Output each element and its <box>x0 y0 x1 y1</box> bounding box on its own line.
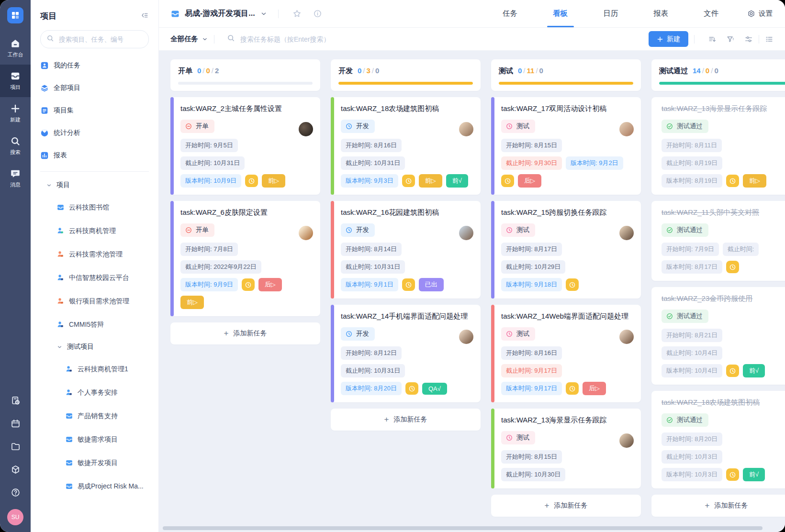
sliders-icon[interactable] <box>744 35 753 44</box>
status-tag[interactable]: 开发 <box>341 120 375 133</box>
scrollbar-thumb[interactable] <box>163 526 763 530</box>
favorite-star-icon[interactable] <box>292 9 302 18</box>
status-tag[interactable]: 测试通过 <box>662 310 708 323</box>
task-card[interactable]: task:WARZ_6皮肤限定设置开单开始时间: 7月8日截止时间: 2022年… <box>170 201 320 316</box>
sidebar-menu-item[interactable]: 全部项目 <box>40 77 149 99</box>
status-tag[interactable]: 开发 <box>341 223 375 237</box>
relation-tag: 前√ <box>743 364 765 377</box>
sidebar-project-label: CMMI5答辩 <box>69 321 104 329</box>
tab-board[interactable]: 看板 <box>553 0 568 27</box>
project-name[interactable]: 易成-游戏开发项目... <box>185 9 255 19</box>
column-progress-fill <box>338 82 473 85</box>
task-card[interactable]: task:WARZ_15跨服切换任务跟踪测试开始时间: 8月17日截止时间: 1… <box>491 201 641 299</box>
sidebar-project-item[interactable]: CMMI5答辩 <box>40 313 149 336</box>
task-card[interactable]: task:WARZ_2主城任务属性设置开单开始时间: 9月5日截止时间: 10月… <box>170 97 320 195</box>
status-tag[interactable]: 开发 <box>341 327 375 341</box>
column-progress <box>178 82 313 85</box>
sidebar-project-item[interactable]: 云科技图书馆 <box>40 196 149 219</box>
folder-icon[interactable] <box>11 442 21 452</box>
task-title: task:WARZ_23金币跨服使用 <box>662 294 785 303</box>
rail-item-search[interactable]: 搜索 <box>0 130 31 162</box>
settings-button[interactable]: 设置 <box>747 9 773 18</box>
horizontal-scrollbar[interactable] <box>163 526 781 530</box>
sidebar-project-item[interactable]: 云科技商机管理 <box>40 219 149 243</box>
tab-calendar[interactable]: 日历 <box>603 0 618 27</box>
task-card[interactable]: task:WARZ_11头部中英文对照测试通过开始时间: 7月9日截止时间:版本… <box>651 201 785 281</box>
new-task-button[interactable]: 新建 <box>649 31 688 47</box>
app-logo-icon[interactable] <box>7 7 23 23</box>
sidebar-project-item[interactable]: 敏捷开发项目 <box>40 451 149 475</box>
status-label: 测试通过 <box>677 122 703 131</box>
user-avatar[interactable]: SU <box>7 509 23 525</box>
date-chip: 截止时间: 10月29日 <box>501 260 565 274</box>
kanban-board: 开单0/0/2task:WARZ_2主城任务属性设置开单开始时间: 9月5日截止… <box>159 51 785 532</box>
sidebar-group[interactable]: 测试项目 <box>40 336 149 357</box>
info-icon[interactable] <box>313 9 322 18</box>
rail-item-projects[interactable]: 项目 <box>0 65 31 97</box>
sidebar-menu-item[interactable]: 统计分析 <box>40 122 149 144</box>
status-tag[interactable]: 测试通过 <box>662 413 708 427</box>
cube-icon[interactable] <box>11 465 21 475</box>
task-card[interactable]: task:WARZ_17双周活动设计初稿测试开始时间: 8月15日截止时间: 9… <box>491 97 641 195</box>
card-field-row: 开始时间: 8月12日 <box>341 346 473 360</box>
rail-item-new[interactable]: 新建 <box>0 97 31 130</box>
task-card[interactable]: task:WARZ_14手机端界面适配问题处理开发开始时间: 8月12日截止时间… <box>331 305 481 402</box>
status-tag[interactable]: 测试 <box>501 327 535 341</box>
list-view-icon[interactable] <box>765 35 774 44</box>
sidebar-project-item[interactable]: 易成Project Risk Ma... <box>40 475 149 498</box>
task-card[interactable]: task:WARZ_18农场建筑图初稿测试通过开始时间: 8月20日截止时间: … <box>651 391 785 488</box>
task-search[interactable] <box>227 34 649 44</box>
task-card[interactable]: task:WARZ_13海景显示任务跟踪测试开始时间: 8月15日截止时间: 1… <box>491 409 641 488</box>
tab-files[interactable]: 文件 <box>704 0 718 27</box>
sidebar-menu-item[interactable]: 我的任务 <box>40 54 149 77</box>
calendar-icon[interactable] <box>11 419 21 429</box>
sidebar-project-item[interactable]: 中信智慧校园云平台 <box>40 266 149 289</box>
status-tag[interactable]: 开单 <box>180 120 214 133</box>
add-task-button[interactable]: +添加新任务 <box>170 322 320 344</box>
status-tag[interactable]: 测试 <box>501 223 535 237</box>
status-tag[interactable]: 测试 <box>501 431 535 444</box>
card-field-row: 版本时间: 9月3日前▷前√ <box>341 174 473 188</box>
rail-item-workbench[interactable]: 工作台 <box>0 32 31 65</box>
sidebar-project-item[interactable]: 产品销售支持 <box>40 404 149 428</box>
sidebar-menu-item[interactable]: 项目集 <box>40 99 149 122</box>
tab-tasks[interactable]: 任务 <box>503 0 517 27</box>
task-card[interactable]: task:WARZ_16花园建筑图初稿开发开始时间: 8月14日截止时间: 10… <box>331 201 481 299</box>
chevron-down-icon[interactable] <box>260 10 268 18</box>
status-tag[interactable]: 测试 <box>501 120 535 133</box>
clock-badge <box>245 175 258 187</box>
add-task-button[interactable]: +添加新任务 <box>491 495 641 517</box>
sidebar-project-item[interactable]: 云科技需求池管理 <box>40 243 149 266</box>
status-tag[interactable]: 测试通过 <box>662 223 708 237</box>
task-scope-dropdown[interactable]: 全部任务 <box>170 34 208 44</box>
sidebar-project-item[interactable]: 云科技商机管理1 <box>40 357 149 381</box>
card-field-row: 截止时间: 2022年9月22日 <box>180 260 313 274</box>
date-chip: 版本时间: 8月20日 <box>341 382 402 395</box>
add-task-button[interactable]: +添加新任务 <box>331 409 481 431</box>
status-tag[interactable]: 测试通过 <box>662 120 708 133</box>
date-chip: 开始时间: 8月17日 <box>501 243 562 256</box>
task-card[interactable]: task:WARZ_14Web端界面适配问题处理测试开始时间: 8月16日截止时… <box>491 305 641 402</box>
sidebar-menu-item[interactable]: 报表 <box>40 144 149 166</box>
sidebar-search[interactable] <box>40 30 149 48</box>
add-task-button[interactable]: +添加新任务 <box>651 495 785 517</box>
sidebar-search-input[interactable] <box>58 35 145 44</box>
sidebar-project-item[interactable]: 银行项目需求池管理 <box>40 289 149 313</box>
tab-reports[interactable]: 报表 <box>653 0 668 27</box>
task-search-input[interactable] <box>239 35 394 44</box>
sidebar-project-item[interactable]: 敏捷需求项目 <box>40 428 149 451</box>
status-tag[interactable]: 开单 <box>180 223 214 237</box>
relation-tag: 前▷ <box>743 174 766 188</box>
task-card[interactable]: task:WARZ_18农场建筑图初稿开发开始时间: 8月16日截止时间: 10… <box>331 97 481 195</box>
sort-icon[interactable] <box>708 35 717 44</box>
card-field-row: 截止时间: 10月29日 <box>501 260 633 274</box>
sidebar-project-item[interactable]: 个人事务安排 <box>40 381 149 404</box>
task-card[interactable]: task:WARZ_23金币跨服使用测试通过开始时间: 8月21日截止时间: 1… <box>651 287 785 385</box>
collapse-sidebar-icon[interactable] <box>140 11 149 22</box>
doc-clock-icon[interactable] <box>11 396 21 406</box>
sidebar-group[interactable]: 项目 <box>40 175 149 196</box>
task-card[interactable]: task:WARZ_13海景显示任务跟踪测试通过开始时间: 8月11日截止时间:… <box>651 97 785 195</box>
help-icon[interactable] <box>11 488 21 498</box>
rail-item-messages[interactable]: 消息 <box>0 162 31 195</box>
filter-icon[interactable] <box>726 35 735 44</box>
